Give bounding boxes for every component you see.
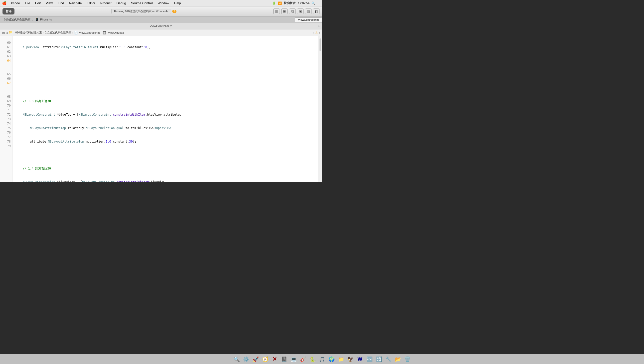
code-line: // 1.3 距离上边30 <box>16 99 318 103</box>
back-button[interactable]: ⊞ <box>2 31 5 35</box>
wifi-icon: 📶 <box>278 2 282 5</box>
nav-back[interactable]: ‹ <box>6 31 7 35</box>
menu-view[interactable]: View <box>44 1 55 6</box>
editor-version-btn[interactable]: ◱ <box>289 8 296 14</box>
breadcrumb-folder[interactable]: 010通过代码创建约束 <box>45 31 71 34</box>
apple-menu[interactable]: 🍎 <box>2 1 7 6</box>
breadcrumb-project[interactable]: 010通过代码创建约束 <box>15 31 42 34</box>
editor-assistant-btn[interactable]: ⊞ <box>281 8 288 14</box>
debug-area-btn[interactable]: ▤ <box>305 8 312 14</box>
code-editor: 60 61 62 63 64 65 66 67 68 69 70 71 72 7… <box>0 36 322 182</box>
tab-iphone[interactable]: 📱 iPhone 4s <box>33 18 54 22</box>
battery-icon: 🔋 <box>272 2 276 5</box>
menu-product[interactable]: Product <box>98 1 114 6</box>
breadcrumb-nav: ⊞ ‹ › 📁 010通过代码创建约束 › 010通过代码创建约束 › 📄 Vi… <box>0 30 322 36</box>
menu-help[interactable]: Help <box>172 1 183 6</box>
code-line <box>16 153 318 157</box>
menu-debug[interactable]: Debug <box>114 1 128 6</box>
scheme-selector[interactable]: Running 010通过代码创建约束 on iPhone 4s <box>111 9 171 14</box>
menu-window[interactable]: Window <box>156 1 171 6</box>
list-icon[interactable]: ☰ <box>317 2 320 5</box>
code-line: NSLayoutConstraint *blueRight = [NSLayou… <box>16 180 318 182</box>
right-sidebar <box>318 36 322 182</box>
menubar-right: 🔋 📶 搜狗拼音 17:07:54 🔍 ☰ <box>272 1 320 5</box>
nav-arrows: ⊞ ‹ › 📁 <box>2 31 12 35</box>
code-line: // 1.4 距离右边30 <box>16 166 318 171</box>
toolbar-right: ☰ ⊞ ◱ ▣ ▤ ◧ <box>273 8 320 14</box>
menu-edit[interactable]: Edit <box>33 1 43 6</box>
nav-forward[interactable]: › <box>7 31 8 35</box>
next-issue-btn[interactable]: › <box>319 31 320 35</box>
code-line <box>16 58 318 63</box>
line-numbers: 60 61 62 63 64 65 66 67 68 69 70 71 72 7… <box>0 36 12 182</box>
active-file-tab[interactable]: ViewController.m <box>295 18 322 22</box>
utilities-btn[interactable]: ◧ <box>313 8 320 14</box>
file-tab-header: ViewController.m + <box>0 23 322 30</box>
menu-source-control[interactable]: Source Control <box>129 1 155 6</box>
editor-standard-btn[interactable]: ☰ <box>273 8 280 14</box>
add-tab-button[interactable]: + <box>318 24 320 28</box>
stop-button[interactable]: 暂停 <box>2 8 14 14</box>
breadcrumb-method[interactable]: -viewDidLoad <box>107 31 124 34</box>
folder-icon: 📁 <box>9 31 12 35</box>
tab-breadcrumb-project[interactable]: 010通过代码创建约束 <box>2 17 32 22</box>
prev-issue-btn[interactable]: ‹ <box>313 31 314 35</box>
code-line <box>16 72 318 76</box>
code-line <box>16 86 318 90</box>
tab-bar: 010通过代码创建约束 / 📱 iPhone 4s ViewController… <box>0 16 322 23</box>
ime-label: 搜狗拼音 <box>284 1 296 5</box>
toolbar: 暂停 Running 010通过代码创建约束 on iPhone 4s 3 ☰ … <box>0 6 322 16</box>
method-icon: 🔲 <box>102 31 106 34</box>
menu-file[interactable]: File <box>23 1 32 6</box>
code-line: NSLayoutConstraint *blueTop = [NSLayoutC… <box>16 112 318 117</box>
menu-navigate[interactable]: Navigate <box>67 1 84 6</box>
menu-xcode[interactable]: Xcode <box>9 1 22 6</box>
file-tab-title: ViewController.m <box>150 24 172 28</box>
file-icon: 📄 <box>74 31 78 34</box>
menu-find[interactable]: Find <box>56 1 66 6</box>
breadcrumb-file[interactable]: ViewController.m <box>79 31 100 34</box>
code-scroll[interactable]: 60 61 62 63 64 65 66 67 68 69 70 71 72 7… <box>0 36 322 182</box>
code-line: superview attribute:NSLayoutAttributeLef… <box>16 45 318 50</box>
scroll-handle[interactable] <box>320 38 321 51</box>
clock: 17:07:54 <box>298 2 310 5</box>
editor-wrapper: 60 61 62 63 64 65 66 67 68 69 70 71 72 7… <box>0 36 322 182</box>
menu-editor[interactable]: Editor <box>85 1 97 6</box>
warning-icon: ⚠ <box>315 31 318 34</box>
navigator-btn[interactable]: ▣ <box>297 8 304 14</box>
toolbar-center: Running 010通过代码创建约束 on iPhone 4s 3 <box>16 9 271 14</box>
code-content[interactable]: superview attribute:NSLayoutAttributeLef… <box>12 36 318 182</box>
warning-badge: 3 <box>172 10 177 13</box>
code-line: attribute:NSLayoutAttributeTop multiplie… <box>16 139 318 144</box>
search-icon[interactable]: 🔍 <box>312 2 315 5</box>
code-line: NSLayoutAttributeTop relatedBy:NSLayoutR… <box>16 126 318 130</box>
menubar: 🍎 Xcode File Edit View Find Navigate Edi… <box>0 0 322 6</box>
breadcrumb-right: ‹ ⚠ › <box>313 31 320 35</box>
active-tab-filename: ViewController.m <box>298 18 319 21</box>
